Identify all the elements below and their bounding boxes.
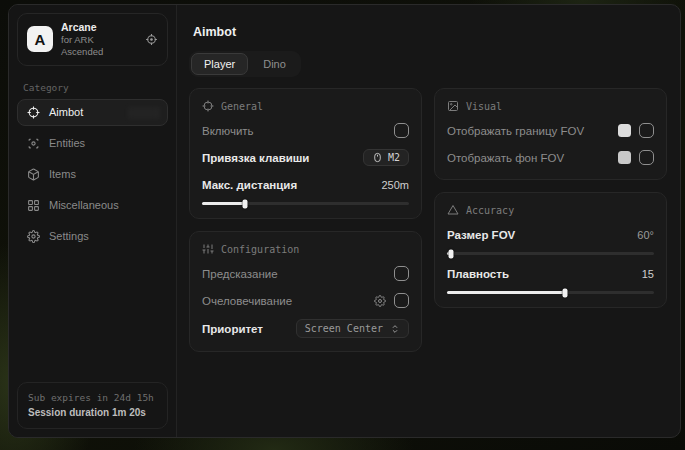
tab-bar: Player Dino — [189, 51, 301, 77]
subscription-status-card: Sub expires in 24d 15h Session duration … — [17, 382, 168, 429]
target-icon[interactable] — [145, 33, 158, 46]
grid-icon — [27, 199, 40, 212]
fov-border-checkbox[interactable] — [639, 123, 654, 138]
fov-border-label: Отображать границу FOV — [447, 125, 584, 137]
smoothness-slider[interactable] — [447, 291, 654, 294]
humanize-checkbox[interactable] — [394, 293, 409, 308]
fov-bg-color-swatch[interactable] — [618, 151, 631, 164]
sidebar-nav: Aimbot ||||||| Entities — [9, 99, 176, 250]
slider-thumb[interactable] — [449, 249, 454, 258]
watermark: ||||||| — [129, 104, 161, 119]
sliders-icon — [202, 243, 214, 255]
gear-icon[interactable] — [374, 295, 386, 307]
priority-value: Screen Center — [305, 323, 383, 334]
chevrons-up-down-icon — [390, 324, 400, 334]
sidebar-item-entities[interactable]: Entities — [17, 130, 168, 157]
sidebar-item-miscellaneous[interactable]: Miscellaneous — [17, 192, 168, 219]
humanize-label: Очеловечивание — [202, 295, 292, 307]
smoothness-label: Плавность — [447, 268, 509, 280]
fov-size-value: 60° — [637, 229, 654, 241]
priority-label: Приоритет — [202, 323, 263, 335]
configuration-card: Configuration Предсказание Очеловечивани… — [189, 231, 422, 352]
category-label: Category — [9, 74, 176, 99]
keybind-value: M2 — [388, 152, 400, 163]
enable-label: Включить — [202, 125, 254, 137]
fov-bg-label: Отображать фон FOV — [447, 152, 564, 164]
smoothness-value: 15 — [642, 268, 654, 280]
package-icon — [27, 168, 40, 181]
keybind-button[interactable]: M2 — [363, 149, 409, 166]
card-title: General — [221, 101, 263, 112]
brand-card: A Arcane for ARK Ascended — [17, 13, 168, 66]
mouse-icon — [372, 152, 383, 163]
sidebar: A Arcane for ARK Ascended Category — [9, 5, 177, 437]
slider-thumb[interactable] — [243, 199, 248, 208]
brand-title: Arcane — [61, 21, 137, 34]
crosshair-icon — [27, 106, 40, 119]
enable-checkbox[interactable] — [394, 123, 409, 138]
general-card: General Включить Привязка клавиши — [189, 88, 422, 219]
tab-dino[interactable]: Dino — [250, 53, 299, 75]
image-icon — [447, 100, 459, 112]
sidebar-item-label: Entities — [49, 137, 85, 149]
fov-size-slider[interactable] — [447, 252, 654, 255]
accuracy-card: Accuracy Размер FOV 60° Плавность 15 — [434, 192, 667, 308]
visual-card: Visual Отображать границу FOV Отображать… — [434, 88, 667, 180]
tab-player[interactable]: Player — [191, 53, 248, 75]
sidebar-item-label: Miscellaneous — [49, 199, 119, 211]
prediction-label: Предсказание — [202, 268, 278, 280]
fov-border-color-swatch[interactable] — [618, 124, 631, 137]
prediction-checkbox[interactable] — [394, 266, 409, 281]
crosshair-icon — [202, 100, 214, 112]
sidebar-item-items[interactable]: Items — [17, 161, 168, 188]
fov-size-label: Размер FOV — [447, 229, 515, 241]
fov-bg-checkbox[interactable] — [639, 150, 654, 165]
sidebar-item-aimbot[interactable]: Aimbot ||||||| — [17, 99, 168, 126]
sidebar-item-label: Settings — [49, 230, 89, 242]
sub-expires-text: Sub expires in 24d 15h — [28, 391, 157, 405]
sidebar-item-settings[interactable]: Settings — [17, 223, 168, 250]
triangle-icon — [447, 204, 459, 216]
main-panel: Aimbot Player Dino — [177, 5, 681, 437]
page-title: Aimbot — [193, 25, 667, 39]
brand-subtitle: for ARK Ascended — [61, 34, 137, 58]
max-distance-slider[interactable] — [202, 202, 409, 205]
scan-icon — [27, 137, 40, 150]
card-title: Visual — [466, 101, 502, 112]
sidebar-item-label: Aimbot — [49, 106, 83, 118]
max-distance-value: 250m — [381, 179, 409, 191]
priority-select[interactable]: Screen Center — [296, 319, 409, 338]
slider-thumb[interactable] — [562, 288, 567, 297]
card-title: Accuracy — [466, 205, 514, 216]
gear-icon — [27, 230, 40, 243]
card-title: Configuration — [221, 244, 299, 255]
cheat-menu-window: A Arcane for ARK Ascended Category — [8, 4, 681, 438]
session-duration-text: Session duration 1m 20s — [28, 405, 157, 420]
brand-logo: A — [27, 26, 53, 52]
max-distance-label: Макс. дистанция — [202, 179, 297, 191]
keybind-label: Привязка клавиши — [202, 152, 309, 164]
sidebar-item-label: Items — [49, 168, 76, 180]
